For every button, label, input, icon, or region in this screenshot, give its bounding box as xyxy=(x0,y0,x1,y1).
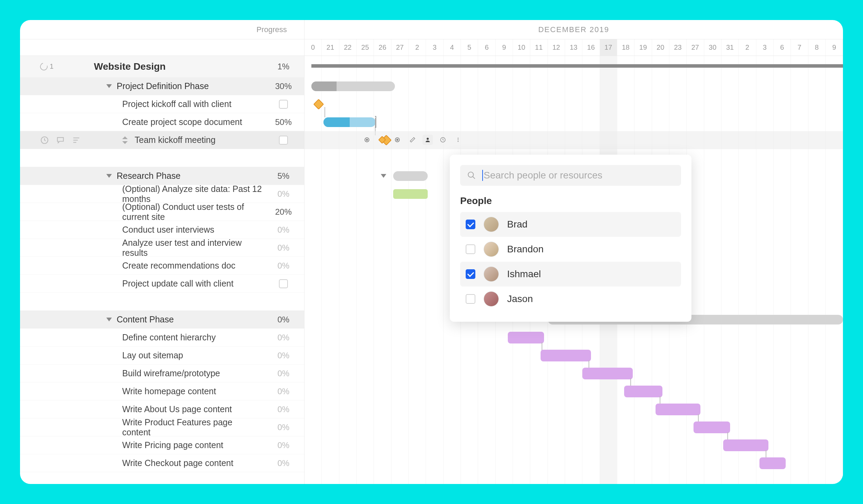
comment-icon[interactable] xyxy=(56,136,65,145)
person-checkbox[interactable] xyxy=(466,220,475,229)
notes-icon[interactable] xyxy=(72,136,81,145)
phase-bar[interactable] xyxy=(311,81,395,91)
date-cell: 30 xyxy=(704,39,721,56)
collapse-caret-icon[interactable] xyxy=(106,84,112,88)
collapse-caret-icon[interactable] xyxy=(106,318,112,321)
task-progress: 0% xyxy=(278,387,290,396)
person-row[interactable]: Brad xyxy=(460,212,681,237)
task-name[interactable]: Write Pricing page content xyxy=(122,440,223,450)
task-bar[interactable] xyxy=(656,404,701,415)
search-icon xyxy=(467,171,476,180)
person-row[interactable]: Jason xyxy=(460,287,681,311)
task-bar[interactable] xyxy=(508,332,544,343)
person-name: Ishmael xyxy=(507,269,541,280)
task-name[interactable]: Write homepage content xyxy=(122,386,216,396)
task-name[interactable]: Create project scope document xyxy=(122,117,242,127)
tool-milestone-icon[interactable] xyxy=(377,135,387,145)
task-list: 1 Website Design 1% Project Definition P… xyxy=(20,56,304,484)
task-bar[interactable] xyxy=(759,457,785,469)
avatar xyxy=(484,266,499,282)
date-cell: 0 xyxy=(304,39,322,56)
task-name[interactable]: Analyze user test and interview results xyxy=(122,238,263,258)
tool-assignee-icon[interactable] xyxy=(423,135,433,145)
date-cell: 25 xyxy=(357,39,374,56)
task-name[interactable]: Project update call with client xyxy=(122,279,233,289)
task-progress: 0% xyxy=(278,189,290,199)
phase-title[interactable]: Content Phase xyxy=(117,314,174,324)
task-bar[interactable] xyxy=(694,421,730,433)
task-name[interactable]: (Optional) Analyze site data: Past 12 mo… xyxy=(122,184,263,204)
avatar xyxy=(484,217,499,232)
phase-title[interactable]: Research Phase xyxy=(117,171,181,181)
task-name[interactable]: Write Product Features page content xyxy=(122,417,263,437)
task-progress: 0% xyxy=(278,458,290,468)
task-bar[interactable] xyxy=(541,350,591,361)
task-name[interactable]: Project kickoff call with client xyxy=(122,99,231,109)
date-cell: 19 xyxy=(634,39,652,56)
task-progress: 0% xyxy=(278,351,290,360)
person-row[interactable]: Brandon xyxy=(460,237,681,262)
tool-time-icon[interactable] xyxy=(438,135,448,145)
task-progress: 0% xyxy=(278,261,290,271)
project-progress: 1% xyxy=(278,62,290,71)
task-name[interactable]: Team kickoff meeting xyxy=(135,135,215,145)
date-cell: 2 xyxy=(739,39,756,56)
collapse-caret-icon[interactable] xyxy=(106,174,112,178)
task-name[interactable]: (Optional) Conduct user tests of current… xyxy=(122,202,263,222)
project-badge: 1 xyxy=(40,62,54,70)
task-name[interactable]: Define content hierarchy xyxy=(122,332,216,342)
search-box xyxy=(460,165,681,186)
svg-point-9 xyxy=(468,172,473,177)
task-name[interactable]: Lay out sitemap xyxy=(122,350,183,360)
task-name[interactable]: Write Checkout page content xyxy=(122,458,233,468)
task-name[interactable]: Build wireframe/prototype xyxy=(122,368,220,378)
task-name[interactable]: Write About Us page content xyxy=(122,404,232,414)
task-progress: 0% xyxy=(278,423,290,432)
task-bar[interactable] xyxy=(582,368,633,379)
date-row: 0212225262723456910111213161718192023273… xyxy=(20,39,843,56)
month-label: DECEMBER 2019 xyxy=(538,25,609,34)
date-cell: 3 xyxy=(756,39,774,56)
column-header-progress: Progress xyxy=(256,25,287,34)
person-checkbox[interactable] xyxy=(466,294,475,304)
search-input[interactable] xyxy=(482,170,674,181)
task-bar[interactable] xyxy=(624,386,662,397)
avatar xyxy=(484,291,499,307)
person-checkbox[interactable] xyxy=(466,244,475,254)
task-progress: 0% xyxy=(278,369,290,378)
task-checkbox[interactable] xyxy=(279,136,288,145)
avatar xyxy=(484,242,499,257)
date-cell: 13 xyxy=(565,39,582,56)
task-bar[interactable] xyxy=(323,117,376,127)
task-progress: 0% xyxy=(278,243,290,253)
task-bar[interactable] xyxy=(393,189,428,199)
date-cell: 21 xyxy=(322,39,339,56)
phase-bar[interactable] xyxy=(393,171,428,181)
gantt-app: Progress DECEMBER 2019 02122252627234569… xyxy=(20,20,843,484)
drag-handle-icon[interactable] xyxy=(122,136,128,144)
people-section-label: People xyxy=(460,195,681,206)
date-cell: 9 xyxy=(496,39,513,56)
tool-more-icon[interactable] xyxy=(453,135,463,145)
svg-point-8 xyxy=(458,141,459,142)
milestone-diamond[interactable] xyxy=(313,99,324,109)
project-title[interactable]: Website Design xyxy=(94,61,166,72)
person-row[interactable]: Ishmael xyxy=(460,262,681,287)
tool-circle2-icon[interactable] xyxy=(392,135,403,145)
task-bar[interactable] xyxy=(723,439,768,451)
phase-title[interactable]: Project Definition Phase xyxy=(117,81,209,91)
person-checkbox[interactable] xyxy=(466,269,475,279)
expand-caret-icon[interactable] xyxy=(381,174,386,178)
date-cell: 26 xyxy=(374,39,391,56)
task-name[interactable]: Conduct user interviews xyxy=(122,225,214,235)
task-name[interactable]: Create recommendations doc xyxy=(122,261,235,271)
date-cell: 6 xyxy=(774,39,791,56)
tool-circle-icon[interactable] xyxy=(362,135,372,145)
clock-icon[interactable] xyxy=(40,136,49,145)
task-checkbox[interactable] xyxy=(279,100,288,109)
tool-edit-icon[interactable] xyxy=(407,135,418,145)
date-cell: 5 xyxy=(461,39,478,56)
date-cell: 27 xyxy=(687,39,704,56)
task-checkbox[interactable] xyxy=(279,279,288,288)
task-progress: 0% xyxy=(278,440,290,450)
